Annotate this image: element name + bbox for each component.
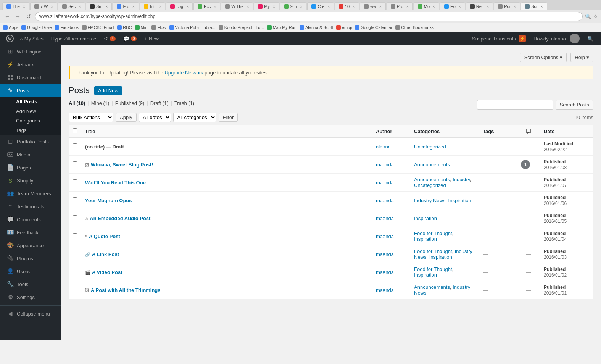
bookmark-gdrive[interactable]: Google Drive — [21, 25, 52, 30]
dates-select[interactable]: All dates — [139, 113, 171, 122]
bookmark-maprun[interactable]: Map My Run — [267, 25, 296, 30]
bookmark-victoria[interactable]: Victoria Public Libra... — [169, 25, 216, 30]
row-checkbox[interactable] — [73, 179, 77, 184]
sidebar-item-feedback[interactable]: 📧 Feedback — [0, 226, 61, 239]
author-link[interactable]: maenda — [376, 198, 394, 203]
category-link[interactable]: Food for Thought — [414, 230, 452, 236]
browser-tab-sm[interactable]: Sm× — [86, 2, 112, 10]
author-link[interactable]: maenda — [376, 234, 394, 239]
back-button[interactable]: ← — [3, 12, 11, 21]
post-title-link[interactable]: Wait'll You Read This One — [85, 180, 146, 185]
sidebar-item-jetpack[interactable]: ⚡ Jetpack — [0, 58, 61, 71]
browser-tab-cog[interactable]: cog× — [166, 2, 193, 10]
category-link[interactable]: Food for Thought — [414, 248, 452, 254]
category-link[interactable]: Announcements — [414, 177, 450, 182]
row-checkbox[interactable] — [73, 233, 77, 238]
post-title-link[interactable]: A Post with All the Trimmings — [91, 287, 161, 293]
sidebar-item-dashboard[interactable]: Dashboard — [0, 71, 61, 84]
search-posts-button[interactable]: Search Posts — [556, 100, 593, 110]
bookmark-facebook[interactable]: Facebook — [55, 25, 79, 30]
sidebar-item-team[interactable]: 👥 Team Members — [0, 187, 61, 200]
upgrade-network-link[interactable]: Upgrade Network — [164, 70, 203, 76]
row-checkbox[interactable] — [73, 215, 77, 220]
category-link[interactable]: Uncategorized — [414, 182, 446, 188]
add-new-button[interactable]: Add New — [94, 86, 122, 95]
author-link[interactable]: maenda — [376, 287, 394, 293]
sidebar-item-settings[interactable]: ⚙ Settings — [0, 291, 61, 304]
bookmark-emoji[interactable]: emoji — [336, 25, 352, 30]
col-header-comments[interactable] — [517, 125, 540, 138]
category-link[interactable]: Food for Thought — [414, 266, 452, 272]
category-link[interactable]: Industry — [453, 177, 470, 182]
apply-button[interactable]: Apply — [116, 113, 137, 122]
row-checkbox[interactable] — [73, 161, 77, 166]
sidebar-sub-add-new[interactable]: Add New — [0, 106, 61, 116]
browser-tab-ecc[interactable]: Ecc× — [193, 2, 220, 10]
comment-count-badge[interactable]: 1 — [521, 160, 530, 169]
sidebar-sub-tags[interactable]: Tags — [0, 126, 61, 135]
categories-select[interactable]: All categories — [173, 113, 216, 122]
browser-tab-intr[interactable]: Intr× — [140, 2, 166, 10]
sidebar-item-collapse[interactable]: ◀ Collapse menu — [0, 307, 61, 320]
post-title-link[interactable]: A Video Post — [92, 269, 122, 275]
sidebar-item-testimonials[interactable]: ❝ Testimonials — [0, 200, 61, 213]
screen-options-button[interactable]: Screen Options ▾ — [520, 53, 567, 62]
sidebar-item-posts[interactable]: ✎ Posts — [0, 84, 61, 97]
browser-tab-cre[interactable]: Cre× — [307, 2, 334, 10]
search-posts-input[interactable] — [477, 100, 553, 110]
select-all-checkbox[interactable] — [73, 128, 77, 133]
col-header-categories[interactable]: Categories — [410, 125, 479, 138]
sidebar-item-portfolio[interactable]: ◻ Portfolio Posts — [0, 135, 61, 148]
sidebar-sub-all-posts[interactable]: All Posts — [0, 97, 61, 106]
filter-published[interactable]: Published (9) — [115, 100, 145, 106]
sidebar-sub-categories[interactable]: Categories — [0, 116, 61, 126]
category-link[interactable]: Inspiration — [414, 216, 437, 221]
bulk-actions-select[interactable]: Bulk Actions Edit Move to Trash — [69, 113, 113, 122]
category-link[interactable]: Uncategorized — [414, 144, 446, 150]
admin-bar-mysites[interactable]: ⌂ My Sites — [16, 32, 47, 45]
browser-tab-wthe[interactable]: W The× — [221, 2, 253, 10]
browser-tab-ww[interactable]: ww× — [360, 2, 386, 10]
browser-tab-fro[interactable]: Fro× — [113, 2, 139, 10]
filter-draft[interactable]: Draft (1) — [150, 100, 169, 106]
browser-tab-10[interactable]: 10× — [335, 2, 359, 10]
bookmark-other[interactable]: Other Bookmarks — [395, 25, 434, 30]
row-checkbox[interactable] — [73, 269, 77, 274]
author-link[interactable]: maenda — [376, 251, 394, 257]
row-checkbox[interactable] — [73, 197, 77, 202]
category-link[interactable]: Announcements — [414, 162, 450, 168]
row-checkbox[interactable] — [73, 287, 77, 292]
author-link[interactable]: alanna — [376, 144, 391, 150]
forward-button[interactable]: → — [14, 12, 22, 21]
bookmark-koodo[interactable]: Koodo Prepaid - Lo... — [219, 25, 264, 30]
sidebar-item-users[interactable]: 👤 Users — [0, 265, 61, 278]
help-button[interactable]: Help ▾ — [570, 53, 593, 62]
browser-tab-rec[interactable]: Rec× — [466, 2, 493, 10]
filter-mine[interactable]: Mine (1) — [91, 100, 110, 106]
author-link[interactable]: maenda — [376, 216, 394, 221]
sidebar-item-media[interactable]: Media — [0, 148, 61, 161]
browser-tab-7w[interactable]: 7 W× — [30, 2, 57, 10]
col-header-title[interactable]: Title — [81, 125, 372, 138]
col-header-date[interactable]: Date — [540, 125, 593, 138]
sidebar-item-wp-engine[interactable]: ⊞ WP Engine — [0, 45, 61, 58]
category-link[interactable]: Inspiration — [414, 236, 437, 242]
browser-tab-pro[interactable]: Pro× — [387, 2, 413, 10]
browser-tab-ho[interactable]: Ho× — [440, 2, 465, 10]
admin-bar-comments[interactable]: 💬 0 — [119, 32, 141, 45]
row-checkbox[interactable] — [73, 251, 77, 256]
sidebar-item-comments[interactable]: 💬 Comments — [0, 213, 61, 226]
filter-button[interactable]: Filter — [219, 113, 238, 122]
bookmark-fmcbc[interactable]: FMCBC Email — [82, 25, 114, 30]
sidebar-item-tools[interactable]: 🔧 Tools — [0, 278, 61, 291]
sidebar-item-shopify[interactable]: S Shopify — [0, 174, 61, 187]
category-link[interactable]: Inspiration — [448, 198, 471, 203]
admin-bar-updates[interactable]: ↺ 4 — [100, 32, 119, 45]
sidebar-item-pages[interactable]: 📄 Pages — [0, 161, 61, 174]
bookmark-rbc[interactable]: RBC — [117, 25, 132, 30]
post-title-link[interactable]: An Embedded Audio Post — [90, 216, 150, 221]
category-link[interactable]: Inspiration — [429, 254, 452, 260]
reload-button[interactable]: ↺ — [24, 12, 33, 21]
col-header-tags[interactable]: Tags — [479, 125, 517, 138]
browser-tab-por[interactable]: Por× — [494, 2, 520, 10]
